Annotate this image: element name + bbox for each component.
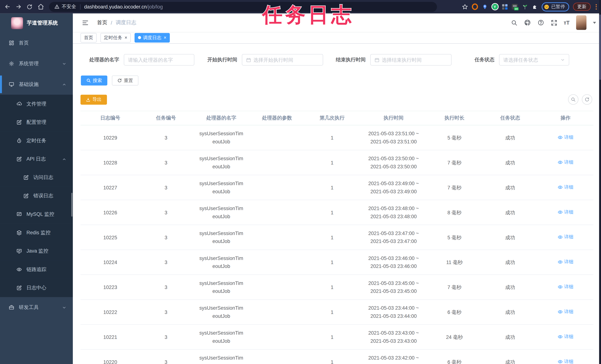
cell-status: 成功: [483, 250, 538, 275]
breadcrumb-home[interactable]: 首页: [97, 19, 107, 26]
chart-monitor-icon: [16, 212, 22, 217]
chevron-down-icon: [560, 58, 565, 62]
cell-log-id: 10223: [80, 275, 140, 300]
detail-link[interactable]: 详细: [558, 183, 573, 191]
tab-job-log[interactable]: 调度日志 ×: [134, 33, 170, 42]
job-status-field[interactable]: [503, 57, 558, 63]
col-handler-param: 处理器的参数: [251, 111, 303, 125]
search-button[interactable]: 搜索: [81, 76, 107, 86]
forward-icon[interactable]: [15, 3, 22, 10]
sidebar-item-scheduled-tasks[interactable]: 定时任务: [0, 131, 73, 150]
sidebar-item-dev-tools[interactable]: 研发工具: [0, 297, 73, 318]
calendar-icon: [374, 57, 380, 62]
edit-square-icon: [16, 120, 22, 125]
timer-icon: [16, 138, 22, 143]
handler-name-field[interactable]: [128, 57, 190, 63]
bookmark-star-icon[interactable]: [462, 4, 468, 10]
close-icon[interactable]: ×: [164, 35, 166, 40]
screen: 不安全 dashboard.yudao.iocoder.cn/job/log Y…: [0, 0, 601, 364]
export-button[interactable]: 导出: [80, 94, 107, 104]
sidebar-item-infrastructure[interactable]: 基础设施: [0, 74, 73, 95]
cloud-upload-icon: [16, 101, 22, 107]
cell-duration: 7 毫秒: [426, 150, 483, 175]
eye-icon: [558, 259, 562, 264]
sidebar-item-redis-monitor[interactable]: Redis 监控: [0, 223, 73, 242]
cell-handler-param: [251, 225, 303, 250]
toggle-search-button[interactable]: [568, 94, 579, 105]
browser-menu-icon[interactable]: [594, 4, 598, 10]
extension-ring-icon[interactable]: [472, 4, 478, 10]
extension-grid-icon[interactable]: [502, 4, 508, 10]
sidebar-item-system-management[interactable]: 系统管理: [0, 53, 73, 74]
detail-link[interactable]: 详细: [558, 258, 573, 266]
cell-handler-param: [251, 175, 303, 200]
detail-link[interactable]: 详细: [558, 283, 573, 291]
cell-round: 1: [303, 324, 361, 349]
chrome-update-button[interactable]: 更新: [573, 3, 591, 11]
sidebar-item-trace[interactable]: 链路追踪: [0, 260, 73, 279]
reset-button[interactable]: 重置: [112, 76, 138, 86]
sidebar-item-log-center[interactable]: 日志中心: [0, 279, 73, 297]
cell-log-id: 10222: [80, 300, 140, 324]
cell-duration: 24 毫秒: [426, 324, 483, 349]
cell-actions: 详细: [538, 150, 593, 175]
start-time-field[interactable]: [253, 57, 319, 63]
sidebar-item-home[interactable]: 首页: [0, 32, 73, 53]
col-task-id: 任务编号: [140, 111, 192, 125]
detail-link[interactable]: 详细: [558, 158, 573, 166]
end-time-field[interactable]: [382, 57, 447, 63]
profile-paused-badge[interactable]: 已暂停: [542, 2, 569, 11]
emoji-icon: [544, 4, 549, 10]
cell-actions: 详细: [538, 250, 593, 275]
search-icon[interactable]: [511, 20, 517, 26]
extension-sprout-icon[interactable]: [522, 4, 528, 10]
handler-name-input[interactable]: [124, 54, 194, 66]
sidebar-item-error-log[interactable]: 错误日志: [0, 187, 73, 205]
address-bar[interactable]: 不安全 dashboard.yudao.iocoder.cn/job/log: [49, 2, 437, 12]
home-icon[interactable]: [37, 3, 44, 10]
detail-link[interactable]: 详细: [558, 308, 573, 316]
back-icon[interactable]: [3, 3, 11, 10]
avatar[interactable]: [576, 15, 586, 30]
chevron-down-icon[interactable]: [593, 22, 596, 23]
detail-link[interactable]: 详细: [558, 333, 573, 341]
cell-status: 成功: [483, 125, 538, 150]
sidebar-item-api-logs[interactable]: API 日志: [0, 150, 73, 168]
table-row: 10220 3 sysUserSessionTimeoutJob 1 2021-…: [80, 349, 593, 364]
sidebar-item-java-monitor[interactable]: Java 监控: [0, 242, 73, 260]
layers-icon: [16, 230, 22, 235]
detail-link[interactable]: 详细: [558, 133, 573, 141]
sidebar-scrollbar[interactable]: [71, 193, 72, 217]
sidebar-item-access-log[interactable]: 访问日志: [0, 168, 73, 187]
extension-y-icon[interactable]: Y: [492, 4, 498, 10]
table-row: 10228 3 sysUserSessionTimeoutJob 1 2021-…: [80, 150, 593, 175]
detail-link[interactable]: 详细: [558, 357, 573, 364]
sidebar-item-config-management[interactable]: 配置管理: [0, 113, 73, 131]
sidebar-item-file-management[interactable]: 文件管理: [0, 95, 73, 113]
window-scrollbar[interactable]: [599, 0, 601, 364]
tab-scheduled-tasks[interactable]: 定时任务 ×: [100, 33, 131, 42]
fullscreen-icon[interactable]: [551, 20, 557, 26]
extension-puzzle-icon[interactable]: [532, 4, 538, 10]
help-icon[interactable]: [537, 19, 544, 26]
chevron-up-icon: [62, 157, 66, 161]
start-time-picker[interactable]: [242, 54, 323, 66]
collapse-menu-icon[interactable]: [82, 20, 89, 26]
github-icon[interactable]: [524, 19, 531, 26]
app-logo[interactable]: 芋道管理系统: [0, 13, 73, 33]
cell-duration: 7 毫秒: [426, 275, 483, 300]
detail-link[interactable]: 详细: [558, 233, 573, 241]
font-size-icon[interactable]: ᴛT: [564, 20, 570, 26]
cell-round: 1: [303, 150, 361, 175]
refresh-table-button[interactable]: [582, 94, 592, 105]
eye-icon: [558, 160, 562, 165]
extension-pin-icon[interactable]: [482, 4, 488, 10]
end-time-picker[interactable]: [370, 54, 451, 66]
tab-home[interactable]: 首页: [80, 33, 97, 42]
detail-link[interactable]: 详细: [558, 208, 573, 216]
close-icon[interactable]: ×: [125, 35, 127, 40]
sidebar-item-mysql-monitor[interactable]: MySQL 监控: [0, 205, 73, 223]
extension-on-icon[interactable]: on: [512, 4, 518, 10]
reload-icon[interactable]: [26, 3, 33, 10]
job-status-select[interactable]: [499, 54, 569, 66]
